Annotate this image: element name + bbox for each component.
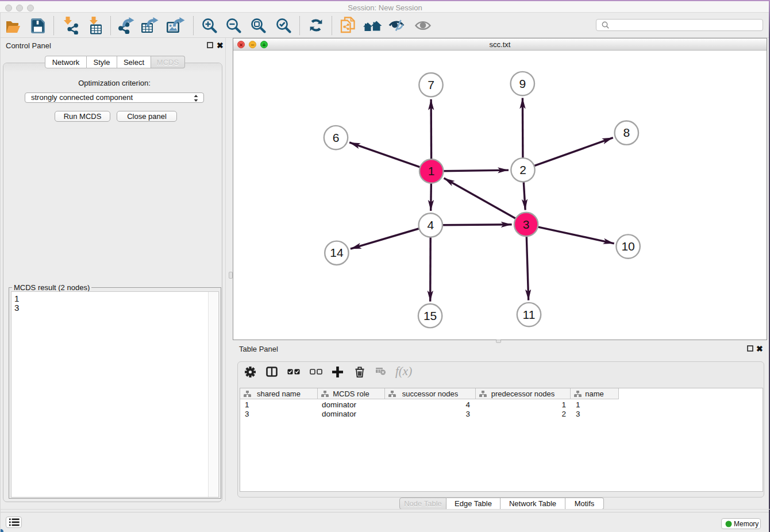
svg-text:1: 1 [428,164,435,178]
svg-text:15: 15 [424,309,437,322]
svg-text:4: 4 [427,218,434,232]
svg-text:3: 3 [523,218,530,231]
svg-text:2: 2 [519,163,526,176]
svg-text:9: 9 [519,77,526,90]
svg-text:6: 6 [333,131,340,144]
svg-text:8: 8 [623,126,630,139]
svg-text:14: 14 [330,246,344,259]
svg-text:10: 10 [621,240,634,253]
svg-text:7: 7 [428,78,434,91]
svg-text:11: 11 [523,308,536,321]
